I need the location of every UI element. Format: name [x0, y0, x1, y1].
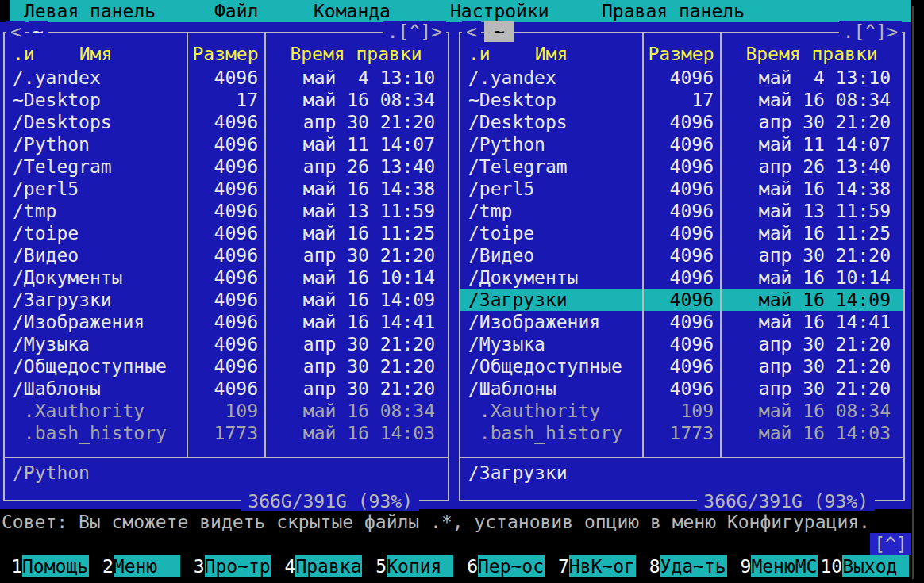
file-row[interactable]: /Изображения 4096 май 16 14:41 — [5, 311, 448, 333]
file-row[interactable]: /Документы 4096 май 16 10:14 — [460, 267, 903, 289]
function-key-button[interactable]: 3 Про~тр — [183, 555, 274, 577]
file-row[interactable]: /Telegram 4096 апр 26 13:40 — [460, 155, 903, 178]
file-row[interactable]: /Видео 4096 апр 30 21:20 — [5, 244, 448, 267]
file-row[interactable]: .Xauthority 109 май 16 08:34 — [5, 400, 448, 422]
function-key-button[interactable]: 8 Уда~ть — [638, 555, 730, 577]
history-back-button[interactable]: < — [6, 21, 25, 42]
file-row[interactable]: /toipe 4096 май 16 11:25 — [460, 222, 903, 244]
file-name: /Загрузки — [5, 289, 187, 311]
function-key-button[interactable]: 9 МенюMC — [729, 555, 820, 577]
function-key-label: Копия — [387, 555, 453, 577]
file-name: /Шаблоны — [5, 378, 187, 400]
file-name: .Xauthority — [460, 400, 642, 422]
column-header-name[interactable]: Имя — [5, 43, 187, 65]
function-key-number: 5 — [364, 555, 387, 577]
file-row[interactable]: /toipe 4096 май 16 11:25 — [5, 222, 448, 244]
file-row[interactable]: ~Desktop 17 май 16 08:34 — [460, 89, 903, 111]
file-mtime: май 16 08:34 — [264, 400, 448, 422]
file-mtime: май 16 11:25 — [264, 222, 448, 244]
file-row[interactable]: ~Desktop 17 май 16 08:34 — [5, 89, 448, 111]
file-name: /Desktops — [460, 111, 642, 133]
file-row[interactable]: /perl5 4096 май 16 14:38 — [460, 178, 903, 200]
file-mtime: апр 30 21:20 — [264, 111, 448, 133]
file-row[interactable]: /Шаблоны 4096 апр 30 21:20 — [5, 378, 448, 400]
function-key-number: 6 — [456, 555, 478, 577]
file-mtime: апр 30 21:20 — [720, 333, 903, 355]
file-row[interactable]: .bash_history 1773 май 16 14:03 — [5, 422, 448, 444]
file-size: 4096 — [642, 355, 720, 378]
panel-path[interactable]: ~ — [29, 21, 48, 42]
file-mtime: май 16 08:34 — [264, 89, 448, 111]
file-size: 1773 — [187, 422, 264, 444]
column-header-mtime[interactable]: Время правки — [720, 43, 903, 65]
function-key-button[interactable]: 4 Правка — [273, 555, 364, 577]
file-row[interactable]: /.yandex 4096 май 4 13:10 — [5, 67, 448, 89]
file-row[interactable]: /.yandex 4096 май 4 13:10 — [460, 67, 903, 89]
file-mtime: апр 26 13:40 — [720, 155, 903, 178]
file-row[interactable]: /Шаблоны 4096 апр 30 21:20 — [460, 378, 903, 400]
disk-usage: 366G/391G (93%) — [241, 491, 419, 512]
file-size: 4096 — [187, 244, 264, 267]
file-name: /Шаблоны — [460, 378, 642, 400]
column-header-mtime[interactable]: Время правки — [264, 43, 448, 65]
file-row[interactable]: /Музыка 4096 апр 30 21:20 — [460, 333, 903, 355]
history-back-button[interactable]: < — [462, 21, 481, 42]
column-header-size[interactable]: Размер — [187, 43, 264, 65]
file-row[interactable]: /Desktops 4096 апр 30 21:20 — [5, 111, 448, 133]
file-row[interactable]: /tmp 4096 май 13 11:59 — [5, 200, 448, 222]
menu-left-panel[interactable]: Левая панель — [24, 0, 156, 22]
file-row[interactable]: /Python 4096 май 11 14:07 — [5, 133, 448, 155]
file-row[interactable]: /Документы 4096 май 16 10:14 — [5, 267, 448, 289]
file-row[interactable]: /Музыка 4096 апр 30 21:20 — [5, 333, 448, 355]
file-row[interactable]: /perl5 4096 май 16 14:38 — [5, 178, 448, 200]
file-mtime: апр 26 13:40 — [264, 155, 448, 178]
file-mtime: май 16 14:03 — [264, 422, 448, 444]
file-row[interactable]: /Telegram 4096 апр 26 13:40 — [5, 155, 448, 178]
file-row[interactable]: /tmp 4096 май 13 11:59 — [460, 200, 903, 222]
file-size: 4096 — [187, 178, 264, 200]
function-key-button[interactable]: 10 Выход — [820, 555, 911, 577]
panel-nav-buttons[interactable]: .[^]> — [839, 21, 902, 42]
file-size: 17 — [187, 89, 264, 111]
function-key-button[interactable]: 1 Помощь — [0, 555, 91, 577]
terminal-scrollbar[interactable] — [912, 6, 914, 579]
file-row[interactable]: .Xauthority 109 май 16 08:34 — [460, 400, 903, 422]
command-line[interactable]: nesmeyanov@W7800-800016899:~$ — [2, 533, 870, 555]
function-key-button[interactable]: 6 Пер~ос — [456, 555, 547, 577]
menu-right-panel[interactable]: Правая панель — [602, 0, 745, 22]
file-mtime: май 11 14:07 — [720, 133, 903, 155]
menu-file[interactable]: Файл — [214, 0, 258, 22]
column-header-size[interactable]: Размер — [642, 43, 720, 65]
column-header-name[interactable]: Имя — [460, 43, 642, 65]
file-row[interactable]: /Загрузки 4096 май 16 14:09 — [460, 289, 903, 311]
menu-command[interactable]: Команда — [314, 0, 391, 22]
menubar-left-gap — [0, 0, 10, 22]
file-name: /Видео — [460, 244, 642, 267]
file-row[interactable]: /Загрузки 4096 май 16 14:09 — [5, 289, 448, 311]
file-name: .bash_history — [5, 422, 187, 444]
file-size: 4096 — [187, 333, 264, 355]
file-row[interactable]: /Desktops 4096 апр 30 21:20 — [460, 111, 903, 133]
file-name: /toipe — [5, 222, 187, 244]
file-mtime: май 16 08:34 — [720, 400, 903, 422]
file-size: 4096 — [642, 311, 720, 333]
file-row[interactable]: /Python 4096 май 11 14:07 — [460, 133, 903, 155]
menu-options[interactable]: Настройки — [450, 0, 549, 22]
file-mtime: май 4 13:10 — [264, 67, 448, 89]
function-key-button[interactable]: 7 НвК~ог — [547, 555, 638, 577]
function-key-button[interactable]: 5 Копия — [364, 555, 456, 577]
file-name: /Изображения — [5, 311, 187, 333]
file-row[interactable]: .bash_history 1773 май 16 14:03 — [460, 422, 903, 444]
panel-nav-buttons[interactable]: .[^]> — [383, 21, 446, 42]
file-row[interactable]: /Общедоступные 4096 апр 30 21:20 — [5, 355, 448, 378]
file-row[interactable]: /Общедоступные 4096 апр 30 21:20 — [460, 355, 903, 378]
desktop-background: < ~ .[^]> .и Имя Размер Время правки /.y… — [0, 22, 911, 509]
file-mtime: май 16 14:09 — [264, 289, 448, 311]
file-row[interactable]: /Видео 4096 апр 30 21:20 — [460, 244, 903, 267]
file-mtime: май 16 14:41 — [720, 311, 903, 333]
scroll-up-widget[interactable]: [^] — [870, 533, 911, 555]
panel-path-active[interactable]: ~ — [484, 21, 514, 42]
file-row[interactable]: /Изображения 4096 май 16 14:41 — [460, 311, 903, 333]
file-name: /Документы — [460, 267, 642, 289]
function-key-button[interactable]: 2 Меню — [91, 555, 183, 577]
